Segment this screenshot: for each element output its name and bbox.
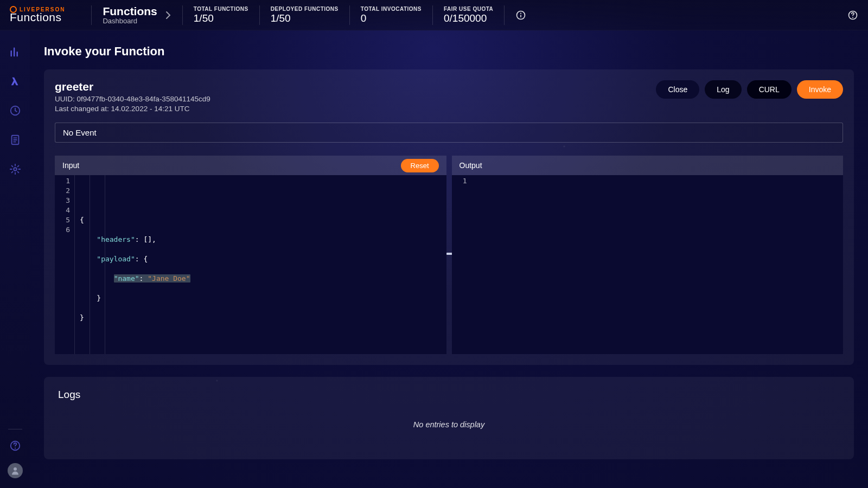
svg-rect-2 (520, 15, 521, 17)
line-number: 6 (55, 225, 70, 235)
page-title: Invoke your Function (44, 44, 854, 59)
code-token: : { (135, 255, 148, 263)
breadcrumb-title: Functions (103, 5, 157, 18)
svg-point-4 (852, 17, 853, 18)
svg-point-7 (14, 168, 17, 171)
stat-label: TOTAL INVOCATIONS (361, 6, 422, 12)
chevron-right-icon (165, 10, 171, 20)
sidebar-clock-icon[interactable] (9, 104, 22, 117)
line-number: 1 (452, 176, 467, 186)
logs-empty-message: No entries to display (55, 410, 843, 448)
code-token: { (80, 216, 84, 224)
input-editor[interactable]: 1 2 3 4 5 6 { "headers": [], "payload": … (55, 175, 446, 354)
logs-title: Logs (58, 389, 843, 401)
code-token: : (139, 274, 148, 282)
sidebar-settings-icon[interactable] (9, 163, 22, 176)
code-token: "headers" (80, 235, 135, 243)
sidebar-document-icon[interactable] (9, 133, 22, 146)
line-number: 1 (55, 176, 70, 186)
invoke-card: greeter UUID: 0f9477fb-0340-48e3-84fa-35… (44, 69, 854, 365)
line-number: 3 (55, 196, 70, 206)
line-number: 5 (55, 215, 70, 225)
output-gutter: 1 (452, 175, 471, 354)
help-icon[interactable] (847, 10, 858, 21)
function-last-changed: Last changed at: 14.02.2022 - 14:21 UTC (55, 105, 210, 113)
input-gutter: 1 2 3 4 5 6 (55, 175, 74, 354)
output-pane-title: Output (459, 161, 482, 170)
output-code[interactable] (471, 175, 477, 354)
user-avatar[interactable] (8, 463, 23, 478)
breadcrumb-subtitle: Dashboard (103, 17, 157, 25)
divider (91, 5, 92, 25)
curl-button[interactable]: CURL (747, 80, 792, 99)
breadcrumb[interactable]: Functions Dashboard (103, 5, 171, 25)
invoke-button[interactable]: Invoke (797, 80, 843, 99)
code-token: } (80, 294, 101, 302)
stat-label: DEPLOYED FUNCTIONS (271, 6, 339, 12)
sidebar-help-icon[interactable] (9, 439, 22, 452)
divider (432, 5, 433, 25)
svg-point-10 (14, 467, 17, 471)
event-selector[interactable]: No Event (55, 123, 843, 143)
stat-total-functions: TOTAL FUNCTIONS 1/50 (194, 6, 248, 24)
stat-fair-use-quota: FAIR USE QUOTA 0/150000 (444, 6, 493, 24)
divider (259, 5, 260, 25)
stat-value: 1/50 (194, 12, 248, 24)
output-pane: Output 1 (452, 156, 844, 354)
code-token: "Jane Doe" (148, 274, 190, 282)
brand-word-2: Functions (10, 11, 65, 24)
input-pane: Input Reset 1 2 3 4 5 6 { (55, 156, 446, 354)
stat-value: 0 (361, 12, 422, 24)
stat-value: 0/150000 (444, 12, 493, 24)
close-button[interactable]: Close (656, 80, 699, 99)
topbar: LIVEPERSON Functions Functions Dashboard… (0, 0, 868, 30)
code-token (80, 274, 114, 282)
line-number: 2 (55, 186, 70, 196)
sidebar-dashboard-icon[interactable] (9, 46, 22, 59)
function-name: greeter (55, 80, 210, 93)
main-content: Invoke your Function greeter UUID: 0f947… (30, 30, 868, 488)
input-code[interactable]: { "headers": [], "payload": { "name": "J… (74, 175, 190, 354)
log-button[interactable]: Log (705, 80, 741, 99)
line-number: 4 (55, 206, 70, 215)
event-selector-value: No Event (63, 128, 97, 137)
code-token: "payload" (80, 255, 135, 263)
logs-card: Logs No entries to display (44, 377, 854, 459)
input-pane-title: Input (62, 161, 79, 170)
stat-label: FAIR USE QUOTA (444, 6, 493, 12)
code-token: } (80, 313, 84, 322)
reset-button[interactable]: Reset (401, 159, 439, 172)
code-token: : [], (135, 235, 156, 243)
stat-total-invocations: TOTAL INVOCATIONS 0 (361, 6, 422, 24)
sidebar (0, 30, 30, 488)
info-icon[interactable] (515, 10, 526, 21)
stat-deployed-functions: DEPLOYED FUNCTIONS 1/50 (271, 6, 339, 24)
svg-point-9 (14, 447, 15, 448)
divider (182, 5, 183, 25)
output-editor[interactable]: 1 (452, 175, 844, 354)
svg-point-1 (520, 12, 521, 14)
stat-value: 1/50 (271, 12, 339, 24)
divider (504, 5, 505, 25)
stat-label: TOTAL FUNCTIONS (194, 6, 248, 12)
divider (349, 5, 350, 25)
sidebar-separator (8, 429, 22, 429)
function-uuid: UUID: 0f9477fb-0340-48e3-84fa-358041145c… (55, 95, 210, 103)
code-token: "name" (114, 274, 139, 282)
sidebar-lambda-icon[interactable] (9, 75, 22, 88)
brand-logo[interactable]: LIVEPERSON Functions (10, 6, 65, 24)
